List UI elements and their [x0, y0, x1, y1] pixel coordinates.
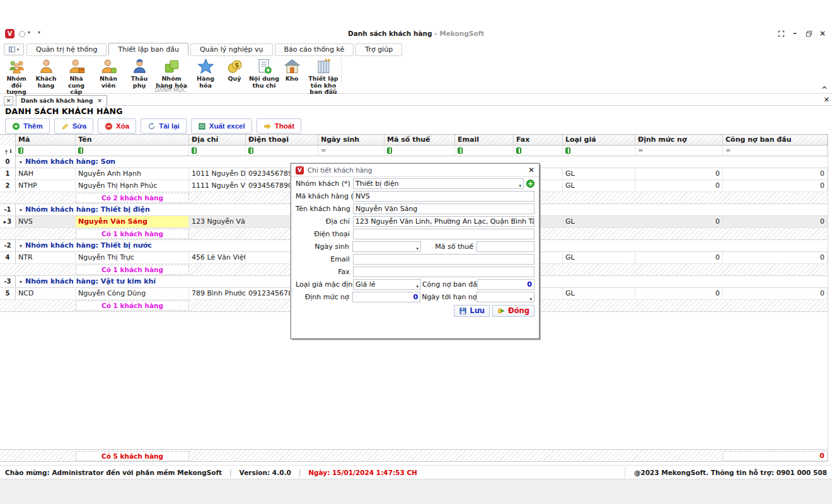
ribbon-group-separator — [341, 58, 342, 86]
dialog-close-icon[interactable]: ✕ — [528, 166, 534, 174]
grid-total-row: Có 5 khách hàng 0 — [0, 449, 828, 462]
column-header[interactable]: Ngày sinh — [318, 135, 384, 146]
ribbon-collapse-icon[interactable] — [820, 83, 828, 91]
column-header[interactable]: Điện thoại — [246, 135, 318, 146]
ribbon-tab-quan-tri-he-thong[interactable]: Quản trị hệ thống — [26, 43, 107, 56]
document-area-close-icon[interactable]: ✕ — [824, 96, 829, 104]
filter-cell[interactable] — [384, 146, 455, 156]
group-select[interactable]: Thiết bị điện▾ — [353, 178, 524, 189]
quick-access-toolbar-dropdown-icon[interactable]: ▾ — [38, 30, 40, 35]
cell-cong-no: 0 — [723, 168, 828, 180]
receipt-icon — [256, 58, 273, 75]
name-field-label: Tên khách hàng (*) — [296, 205, 350, 213]
debt-limit-input[interactable]: 0 — [352, 292, 420, 302]
collapse-arrow-icon[interactable]: ▾ — [20, 243, 22, 249]
taxcode-input[interactable] — [477, 241, 534, 252]
cell-loai-gia: GL — [563, 168, 635, 180]
filter-cell[interactable]: = — [318, 146, 384, 156]
ribbon-tab-thiet-lap-ban-dau[interactable]: Thiết lập ban đầu — [108, 43, 188, 56]
app-menu-button[interactable]: ▾ — [4, 43, 24, 55]
pricetype-select[interactable]: Giá lẻ▾ — [353, 279, 421, 290]
close-tab-button[interactable]: ✕ — [4, 96, 13, 105]
ribbon-item-hang-hoa[interactable]: Hàng hóa — [189, 57, 222, 89]
column-header[interactable]: Mã số thuế — [384, 135, 455, 146]
customer-name-input[interactable]: Nguyễn Văn Sáng — [353, 203, 534, 214]
column-header[interactable]: Định mức nợ — [635, 135, 723, 146]
ribbon-item-noi-dung-thu-chi[interactable]: Nội dung thu chi — [247, 57, 281, 89]
column-header[interactable]: Tên — [76, 135, 189, 146]
save-button[interactable]: Lưu — [454, 305, 490, 317]
column-header[interactable]: Địa chỉ — [189, 135, 246, 146]
ribbon-tab-tro-giup[interactable]: Trợ giúp — [355, 43, 402, 56]
tab-close-icon[interactable]: ✕ — [97, 98, 102, 104]
filter-cell[interactable] — [563, 146, 635, 156]
quick-access-dropdown-icon[interactable]: ▾ — [28, 30, 30, 35]
warehouse-icon — [284, 58, 301, 75]
ribbon-item-quy[interactable]: $Quỹ — [222, 57, 247, 83]
ribbon-item-kho[interactable]: Kho — [281, 57, 303, 83]
address-input[interactable]: 123 Nguyễn Văn Linh, Phường An Lạc, Quận… — [353, 216, 534, 227]
status-welcome: Chào mừng: Administrator đến với phần mề… — [5, 469, 222, 476]
column-header[interactable]: Mã — [16, 135, 76, 146]
exit-icon — [263, 122, 272, 130]
window-restore-icon[interactable] — [804, 29, 813, 38]
email-input[interactable] — [353, 254, 534, 265]
thoat-button[interactable]: Thoát — [257, 118, 301, 134]
filter-pin-cell[interactable] — [0, 146, 16, 156]
ribbon-item-khach-hang[interactable]: Khách hàng — [32, 57, 61, 89]
ribbon-item-nhan-vien[interactable]: Nhân viên — [92, 57, 125, 89]
close-button[interactable]: Đóng — [492, 305, 534, 317]
column-header[interactable]: Loại giá — [563, 135, 635, 146]
ribbon-group-launcher-icon[interactable] — [330, 86, 336, 92]
collapse-arrow-icon[interactable]: ▾ — [20, 159, 22, 165]
birthday-select[interactable]: ▾ — [352, 241, 421, 252]
phone-input[interactable] — [353, 229, 534, 239]
grid-right-edge — [828, 134, 828, 462]
customer-code-input[interactable]: NVS — [353, 191, 534, 202]
fax-input[interactable] — [353, 266, 534, 277]
collapse-arrow-icon[interactable]: ▾ — [20, 207, 22, 213]
xuat-excel-button[interactable]: Xuất excel — [191, 118, 252, 134]
filter-cell[interactable]: = — [723, 146, 828, 156]
chevron-down-icon: ▾ — [519, 181, 522, 189]
them-button[interactable]: Thêm — [5, 118, 50, 134]
column-header[interactable]: Fax — [514, 135, 563, 146]
window-title: Danh sách khách hàng - MekongSoft — [348, 30, 484, 37]
filter-cell[interactable] — [16, 146, 76, 156]
text-filter-icon — [387, 147, 392, 154]
debt-limit-field-label: Định mức nợ — [296, 293, 349, 301]
group-people-icon — [8, 58, 25, 75]
filter-cell[interactable] — [189, 146, 246, 156]
svg-text:$: $ — [234, 61, 240, 69]
filter-cell[interactable]: = — [635, 146, 723, 156]
ribbon-item-thau-phu[interactable]: Thầu phụ — [125, 57, 154, 89]
filter-cell[interactable] — [514, 146, 563, 156]
group-label: Nhóm khách hàng: Vật tư kim khí — [25, 277, 156, 285]
filter-cell[interactable] — [246, 146, 318, 156]
taxcode-field-label: Mã số thuế — [422, 243, 473, 251]
window-fit-icon[interactable] — [777, 29, 785, 38]
sua-button[interactable]: Sửa — [54, 118, 93, 134]
chevron-down-icon: ▾ — [529, 295, 532, 302]
ribbon-tab-bao-cao-thong-ke[interactable]: Báo cáo thống kê — [275, 43, 354, 56]
dialog-title-bar[interactable]: V Chi tiết khách hàng ✕ — [291, 164, 539, 177]
xoa-button[interactable]: Xóa — [98, 118, 136, 134]
collapse-arrow-icon[interactable]: ▾ — [20, 279, 22, 285]
ribbon-item-nhom-hang-hoa[interactable]: Nhóm hàng hóa — [154, 57, 189, 89]
tab-danh-sach-khach-hang[interactable]: Danh sách khách hàng ✕ — [16, 95, 107, 106]
cell-dia-chi: 789 Bình Phước, ... — [189, 288, 246, 299]
column-header[interactable]: Email — [455, 135, 514, 146]
filter-cell[interactable] — [455, 146, 514, 156]
window-close-icon[interactable]: × — [818, 29, 827, 38]
add-group-icon[interactable]: + — [526, 180, 534, 188]
quick-access-circle-icon[interactable] — [19, 31, 25, 37]
debt-due-select[interactable]: ▾ — [477, 292, 534, 302]
initial-debt-input[interactable]: 0 — [477, 279, 534, 290]
document-tab-strip: ✕ Danh sách khách hàng ✕ ✕ — [0, 95, 832, 106]
ribbon-tab-quan-ly-nghiep-vu[interactable]: Quản lý nghiệp vụ — [190, 43, 273, 56]
cell-ten: Nguyễn Thị Hạnh Phúc — [76, 180, 189, 192]
filter-cell[interactable] — [76, 146, 189, 156]
column-header[interactable]: Công nợ ban đầu — [723, 135, 828, 146]
window-minimize-icon[interactable]: – — [790, 29, 799, 38]
tai-lai-button[interactable]: Tải lại — [141, 118, 187, 134]
